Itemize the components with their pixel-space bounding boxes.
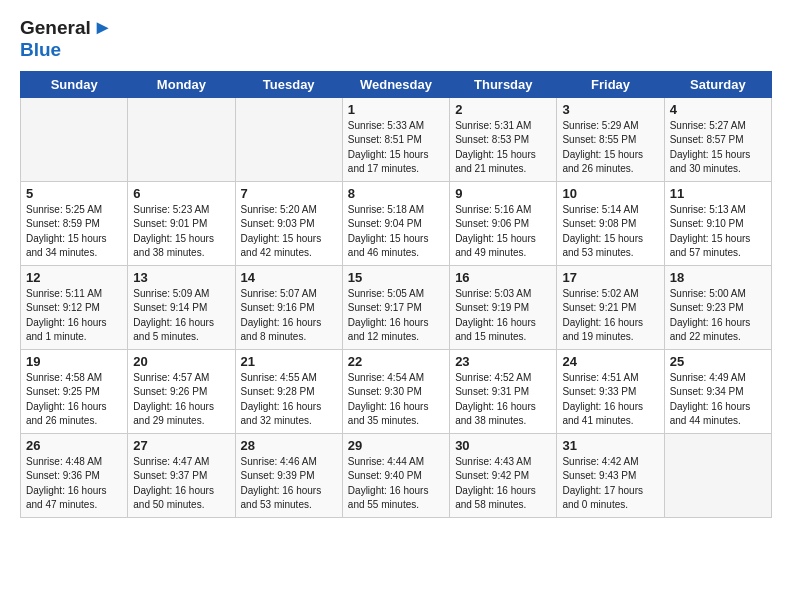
day-number: 29 — [348, 438, 444, 453]
calendar-table: SundayMondayTuesdayWednesdayThursdayFrid… — [20, 71, 772, 518]
calendar-week-row: 26Sunrise: 4:48 AM Sunset: 9:36 PM Dayli… — [21, 433, 772, 517]
day-info: Sunrise: 4:58 AM Sunset: 9:25 PM Dayligh… — [26, 371, 122, 429]
day-number: 25 — [670, 354, 766, 369]
day-number: 17 — [562, 270, 658, 285]
calendar-cell: 14Sunrise: 5:07 AM Sunset: 9:16 PM Dayli… — [235, 265, 342, 349]
calendar-cell: 31Sunrise: 4:42 AM Sunset: 9:43 PM Dayli… — [557, 433, 664, 517]
day-number: 12 — [26, 270, 122, 285]
calendar-cell: 3Sunrise: 5:29 AM Sunset: 8:55 PM Daylig… — [557, 97, 664, 181]
day-info: Sunrise: 5:09 AM Sunset: 9:14 PM Dayligh… — [133, 287, 229, 345]
logo: General► Blue — [20, 16, 113, 61]
day-info: Sunrise: 4:42 AM Sunset: 9:43 PM Dayligh… — [562, 455, 658, 513]
day-info: Sunrise: 5:02 AM Sunset: 9:21 PM Dayligh… — [562, 287, 658, 345]
day-number: 11 — [670, 186, 766, 201]
day-number: 24 — [562, 354, 658, 369]
day-info: Sunrise: 4:52 AM Sunset: 9:31 PM Dayligh… — [455, 371, 551, 429]
calendar-cell: 8Sunrise: 5:18 AM Sunset: 9:04 PM Daylig… — [342, 181, 449, 265]
calendar-cell: 10Sunrise: 5:14 AM Sunset: 9:08 PM Dayli… — [557, 181, 664, 265]
calendar-cell — [664, 433, 771, 517]
day-info: Sunrise: 5:16 AM Sunset: 9:06 PM Dayligh… — [455, 203, 551, 261]
day-info: Sunrise: 5:31 AM Sunset: 8:53 PM Dayligh… — [455, 119, 551, 177]
calendar-cell: 20Sunrise: 4:57 AM Sunset: 9:26 PM Dayli… — [128, 349, 235, 433]
calendar-cell: 13Sunrise: 5:09 AM Sunset: 9:14 PM Dayli… — [128, 265, 235, 349]
day-number: 13 — [133, 270, 229, 285]
calendar-cell: 5Sunrise: 5:25 AM Sunset: 8:59 PM Daylig… — [21, 181, 128, 265]
calendar-cell: 6Sunrise: 5:23 AM Sunset: 9:01 PM Daylig… — [128, 181, 235, 265]
calendar-cell: 15Sunrise: 5:05 AM Sunset: 9:17 PM Dayli… — [342, 265, 449, 349]
day-number: 14 — [241, 270, 337, 285]
day-info: Sunrise: 5:20 AM Sunset: 9:03 PM Dayligh… — [241, 203, 337, 261]
day-number: 1 — [348, 102, 444, 117]
day-info: Sunrise: 5:18 AM Sunset: 9:04 PM Dayligh… — [348, 203, 444, 261]
col-header-monday: Monday — [128, 71, 235, 97]
day-number: 9 — [455, 186, 551, 201]
col-header-tuesday: Tuesday — [235, 71, 342, 97]
calendar-cell: 23Sunrise: 4:52 AM Sunset: 9:31 PM Dayli… — [450, 349, 557, 433]
day-info: Sunrise: 4:44 AM Sunset: 9:40 PM Dayligh… — [348, 455, 444, 513]
day-info: Sunrise: 4:55 AM Sunset: 9:28 PM Dayligh… — [241, 371, 337, 429]
day-info: Sunrise: 4:51 AM Sunset: 9:33 PM Dayligh… — [562, 371, 658, 429]
calendar-cell — [128, 97, 235, 181]
calendar-cell: 4Sunrise: 5:27 AM Sunset: 8:57 PM Daylig… — [664, 97, 771, 181]
calendar-cell: 30Sunrise: 4:43 AM Sunset: 9:42 PM Dayli… — [450, 433, 557, 517]
day-info: Sunrise: 4:48 AM Sunset: 9:36 PM Dayligh… — [26, 455, 122, 513]
day-info: Sunrise: 5:00 AM Sunset: 9:23 PM Dayligh… — [670, 287, 766, 345]
calendar-week-row: 5Sunrise: 5:25 AM Sunset: 8:59 PM Daylig… — [21, 181, 772, 265]
calendar-cell: 16Sunrise: 5:03 AM Sunset: 9:19 PM Dayli… — [450, 265, 557, 349]
day-number: 26 — [26, 438, 122, 453]
day-info: Sunrise: 5:25 AM Sunset: 8:59 PM Dayligh… — [26, 203, 122, 261]
calendar-cell: 19Sunrise: 4:58 AM Sunset: 9:25 PM Dayli… — [21, 349, 128, 433]
day-number: 8 — [348, 186, 444, 201]
day-info: Sunrise: 5:23 AM Sunset: 9:01 PM Dayligh… — [133, 203, 229, 261]
col-header-sunday: Sunday — [21, 71, 128, 97]
calendar-cell: 27Sunrise: 4:47 AM Sunset: 9:37 PM Dayli… — [128, 433, 235, 517]
logo-line2: Blue — [20, 39, 113, 61]
day-number: 3 — [562, 102, 658, 117]
day-number: 16 — [455, 270, 551, 285]
calendar-cell: 17Sunrise: 5:02 AM Sunset: 9:21 PM Dayli… — [557, 265, 664, 349]
calendar-week-row: 12Sunrise: 5:11 AM Sunset: 9:12 PM Dayli… — [21, 265, 772, 349]
day-number: 27 — [133, 438, 229, 453]
day-info: Sunrise: 5:27 AM Sunset: 8:57 PM Dayligh… — [670, 119, 766, 177]
col-header-friday: Friday — [557, 71, 664, 97]
logo-line1: General► — [20, 16, 113, 39]
day-number: 15 — [348, 270, 444, 285]
calendar-cell: 22Sunrise: 4:54 AM Sunset: 9:30 PM Dayli… — [342, 349, 449, 433]
day-number: 10 — [562, 186, 658, 201]
day-number: 22 — [348, 354, 444, 369]
day-info: Sunrise: 4:54 AM Sunset: 9:30 PM Dayligh… — [348, 371, 444, 429]
calendar-week-row: 1Sunrise: 5:33 AM Sunset: 8:51 PM Daylig… — [21, 97, 772, 181]
day-number: 6 — [133, 186, 229, 201]
calendar-week-row: 19Sunrise: 4:58 AM Sunset: 9:25 PM Dayli… — [21, 349, 772, 433]
day-info: Sunrise: 5:07 AM Sunset: 9:16 PM Dayligh… — [241, 287, 337, 345]
calendar-cell: 1Sunrise: 5:33 AM Sunset: 8:51 PM Daylig… — [342, 97, 449, 181]
day-number: 19 — [26, 354, 122, 369]
calendar-cell: 2Sunrise: 5:31 AM Sunset: 8:53 PM Daylig… — [450, 97, 557, 181]
day-number: 23 — [455, 354, 551, 369]
calendar-cell: 11Sunrise: 5:13 AM Sunset: 9:10 PM Dayli… — [664, 181, 771, 265]
day-number: 2 — [455, 102, 551, 117]
calendar-header-row: SundayMondayTuesdayWednesdayThursdayFrid… — [21, 71, 772, 97]
calendar-cell — [21, 97, 128, 181]
calendar-cell: 26Sunrise: 4:48 AM Sunset: 9:36 PM Dayli… — [21, 433, 128, 517]
day-info: Sunrise: 5:11 AM Sunset: 9:12 PM Dayligh… — [26, 287, 122, 345]
calendar-cell: 18Sunrise: 5:00 AM Sunset: 9:23 PM Dayli… — [664, 265, 771, 349]
day-info: Sunrise: 5:13 AM Sunset: 9:10 PM Dayligh… — [670, 203, 766, 261]
calendar-cell: 9Sunrise: 5:16 AM Sunset: 9:06 PM Daylig… — [450, 181, 557, 265]
day-info: Sunrise: 4:46 AM Sunset: 9:39 PM Dayligh… — [241, 455, 337, 513]
calendar-cell: 7Sunrise: 5:20 AM Sunset: 9:03 PM Daylig… — [235, 181, 342, 265]
calendar-cell: 12Sunrise: 5:11 AM Sunset: 9:12 PM Dayli… — [21, 265, 128, 349]
col-header-saturday: Saturday — [664, 71, 771, 97]
col-header-wednesday: Wednesday — [342, 71, 449, 97]
col-header-thursday: Thursday — [450, 71, 557, 97]
day-number: 21 — [241, 354, 337, 369]
day-number: 4 — [670, 102, 766, 117]
calendar-cell — [235, 97, 342, 181]
day-number: 30 — [455, 438, 551, 453]
day-number: 7 — [241, 186, 337, 201]
calendar-cell: 25Sunrise: 4:49 AM Sunset: 9:34 PM Dayli… — [664, 349, 771, 433]
calendar-cell: 21Sunrise: 4:55 AM Sunset: 9:28 PM Dayli… — [235, 349, 342, 433]
day-number: 5 — [26, 186, 122, 201]
calendar-cell: 29Sunrise: 4:44 AM Sunset: 9:40 PM Dayli… — [342, 433, 449, 517]
day-info: Sunrise: 5:29 AM Sunset: 8:55 PM Dayligh… — [562, 119, 658, 177]
